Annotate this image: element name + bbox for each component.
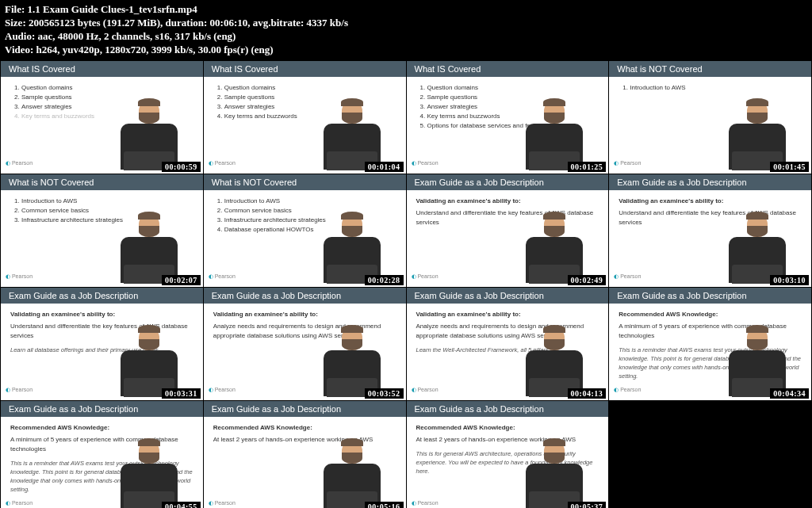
thumbnail-frame: What IS CoveredQuestion domainsSample qu…	[407, 61, 609, 174]
presenter-figure	[116, 95, 183, 170]
slide-title: Exam Guide as a Job Description	[609, 174, 811, 190]
slide-body: Question domainsSample questionsAnswer s…	[407, 77, 609, 170]
pearson-logo: Pearson	[614, 159, 641, 168]
slide-body: Introduction to AWSCommon service basics…	[204, 190, 406, 284]
slide-subheading: Validating an examinee's ability to:	[416, 310, 599, 319]
timestamp-badge: 00:03:52	[365, 388, 404, 399]
size-mib: (191.27 MiB)	[103, 17, 160, 29]
pearson-logo: Pearson	[412, 499, 439, 508]
audio-value: aac, 48000 Hz, 2 channels, s16, 317 kb/s…	[38, 30, 236, 42]
timestamp-badge: 00:03:10	[770, 275, 809, 285]
presenter-figure	[521, 95, 588, 170]
slide-title: What IS Covered	[407, 61, 609, 77]
size-unit: bytes	[78, 17, 101, 29]
presenter-figure	[116, 208, 183, 284]
timestamp-badge: 00:02:28	[365, 275, 404, 285]
slide-title: Exam Guide as a Job Description	[204, 288, 406, 304]
pearson-logo: Pearson	[6, 159, 33, 168]
presenter-figure	[116, 322, 183, 397]
slide-title: Exam Guide as a Job Description	[609, 288, 811, 304]
thumbnail-frame: Exam Guide as a Job DescriptionValidatin…	[407, 288, 609, 400]
thumbnail-frame: What IS CoveredQuestion domainsSample qu…	[1, 61, 203, 174]
slide-body: Validating an examinee's ability to:Anal…	[204, 304, 406, 397]
slide-title: Exam Guide as a Job Description	[407, 288, 609, 304]
thumbnail-frame: Exam Guide as a Job DescriptionRecommend…	[407, 401, 609, 508]
slide-title: What is NOT Covered	[204, 174, 406, 190]
video-label: Video:	[5, 44, 33, 55]
audio-label: Audio:	[5, 30, 35, 42]
pearson-logo: Pearson	[412, 386, 439, 395]
slide-title: Exam Guide as a Job Description	[407, 401, 609, 417]
slide-subheading: Validating an examinee's ability to:	[416, 197, 599, 206]
slide-subheading: Validating an examinee's ability to:	[213, 310, 396, 319]
slide-body: Introduction to AWSCommon service basics…	[1, 190, 203, 284]
pearson-logo: Pearson	[6, 273, 33, 281]
size-label: Size:	[5, 17, 26, 29]
slide-body: Validating an examinee's ability to:Unde…	[609, 190, 811, 284]
thumbnail-frame: Exam Guide as a Job DescriptionRecommend…	[1, 401, 203, 508]
thumbnail-frame: What is NOT CoveredIntroduction to AWSCo…	[204, 174, 406, 287]
thumbnail-grid: What IS CoveredQuestion domainsSample qu…	[0, 60, 812, 508]
timestamp-badge: 00:01:04	[365, 162, 404, 172]
thumbnail-frame: What is NOT CoveredIntroduction to AWSPe…	[609, 61, 811, 174]
slide-list: Introduction to AWS	[619, 83, 802, 93]
slide-title: Exam Guide as a Job Description	[407, 174, 609, 190]
timestamp-badge: 00:04:34	[770, 388, 809, 399]
timestamp-badge: 00:03:31	[162, 388, 201, 399]
slide-body: Recommended AWS Knowledge:At least 2 yea…	[204, 417, 406, 508]
thumbnail-frame: Exam Guide as a Job DescriptionRecommend…	[204, 401, 406, 508]
duration-value: 00:06:10	[210, 17, 248, 29]
thumbnail-frame: Exam Guide as a Job DescriptionValidatin…	[204, 288, 406, 400]
pearson-logo: Pearson	[6, 386, 33, 395]
presenter-figure	[319, 208, 386, 284]
pearson-logo: Pearson	[412, 159, 439, 168]
slide-title: Exam Guide as a Job Description	[1, 401, 203, 417]
pearson-logo: Pearson	[209, 159, 236, 168]
slide-title: What is NOT Covered	[609, 61, 811, 77]
slide-subheading: Validating an examinee's ability to:	[10, 310, 193, 319]
slide-body: Question domainsSample questionsAnswer s…	[1, 77, 203, 170]
slide-subheading: Recommended AWS Knowledge:	[213, 423, 396, 433]
presenter-figure	[521, 435, 588, 508]
slide-title: What IS Covered	[204, 61, 406, 77]
slide-body: Validating an examinee's ability to:Unde…	[407, 190, 609, 284]
slide-title: What is NOT Covered	[1, 174, 203, 190]
presenter-figure	[319, 435, 386, 508]
presenter-figure	[724, 322, 791, 397]
list-item: Question domains	[427, 83, 599, 93]
pearson-logo: Pearson	[614, 386, 641, 395]
list-item: Introduction to AWS	[224, 197, 396, 206]
presenter-figure	[724, 208, 791, 284]
file-info-header: File: 1.1 Exam Guide Clues-1_tev1srfn.mp…	[0, 0, 812, 60]
pearson-logo: Pearson	[412, 273, 439, 281]
empty-cell	[609, 401, 811, 508]
slide-body: Recommended AWS Knowledge:A minimum of 5…	[609, 304, 811, 397]
pearson-logo: Pearson	[209, 273, 236, 281]
slide-subheading: Recommended AWS Knowledge:	[10, 423, 193, 433]
list-item: Introduction to AWS	[21, 197, 193, 206]
presenter-figure	[521, 208, 588, 284]
list-item: Question domains	[224, 83, 396, 93]
slide-body: Introduction to AWSPearson	[609, 77, 811, 170]
file-value: 1.1 Exam Guide Clues-1_tev1srfn.mp4	[28, 3, 197, 15]
timestamp-badge: 00:02:49	[568, 275, 607, 285]
slide-body: Validating an examinee's ability to:Unde…	[1, 304, 203, 397]
presenter-figure	[319, 322, 386, 397]
thumbnail-frame: What IS CoveredQuestion domainsSample qu…	[204, 61, 406, 174]
file-label: File:	[5, 3, 25, 15]
slide-title: Exam Guide as a Job Description	[204, 401, 406, 417]
slide-subheading: Validating an examinee's ability to:	[619, 197, 802, 206]
presenter-figure	[116, 435, 183, 508]
video-value: h264, yuv420p, 1280x720, 3999 kb/s, 30.0…	[36, 44, 274, 55]
pearson-logo: Pearson	[614, 273, 641, 281]
timestamp-badge: 00:02:07	[162, 275, 201, 285]
pearson-logo: Pearson	[6, 499, 33, 508]
list-item: Introduction to AWS	[630, 83, 802, 93]
timestamp-badge: 00:05:16	[365, 502, 404, 508]
thumbnail-frame: Exam Guide as a Job DescriptionValidatin…	[1, 288, 203, 400]
slide-subheading: Recommended AWS Knowledge:	[619, 310, 802, 319]
thumbnail-frame: What is NOT CoveredIntroduction to AWSCo…	[1, 174, 203, 287]
list-item: Question domains	[21, 83, 193, 93]
thumbnail-frame: Exam Guide as a Job DescriptionValidatin…	[407, 174, 609, 287]
slide-subheading: Recommended AWS Knowledge:	[416, 423, 599, 433]
